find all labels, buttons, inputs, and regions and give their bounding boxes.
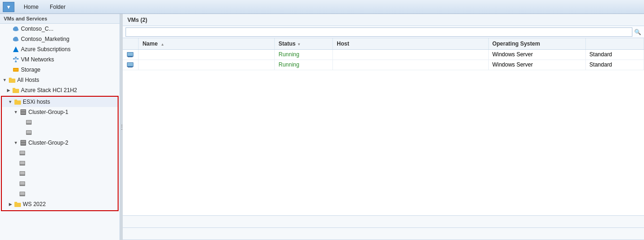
- sidebar-item-all-hosts[interactable]: ▼ All Hosts: [0, 75, 120, 85]
- sidebar-item-cg1-host2[interactable]: [2, 127, 118, 138]
- tab-home[interactable]: Home: [18, 2, 44, 12]
- sidebar-item-cg2-host5[interactable]: [2, 189, 118, 199]
- svg-rect-45: [14, 202, 17, 204]
- sort-arrow: ▲: [160, 42, 164, 47]
- svg-rect-33: [21, 143, 26, 145]
- sidebar-item-contoso-cloud[interactable]: Contoso_C...: [0, 24, 120, 34]
- svg-rect-37: [20, 161, 25, 164]
- svg-rect-12: [15, 61, 17, 62]
- search-bar: 🔍: [123, 26, 644, 38]
- right-panel: VMs (2) 🔍 Name ▲ Status ▼: [123, 14, 644, 240]
- svg-rect-10: [17, 58, 19, 60]
- sidebar-item-label: VM Networks: [21, 56, 54, 63]
- table-row[interactable]: Running Windows Server Standard: [123, 60, 644, 70]
- svg-rect-21: [13, 88, 15, 90]
- vm-os-cell: Windows Server: [488, 49, 585, 60]
- vm-name-cell: [139, 49, 275, 60]
- svg-rect-39: [20, 172, 25, 174]
- vm-table[interactable]: Name ▲ Status ▼ Host Operating System: [123, 38, 644, 215]
- svg-rect-32: [21, 140, 26, 142]
- sidebar-item-label: All Hosts: [17, 77, 39, 83]
- cloud-icon: [12, 25, 20, 33]
- col-os-header[interactable]: Operating System: [488, 38, 585, 49]
- svg-rect-26: [21, 112, 26, 114]
- vm-host-cell: [333, 49, 488, 60]
- tab-folder[interactable]: Folder: [44, 2, 71, 12]
- panel-title: VMs (2): [123, 14, 644, 26]
- host-2-3-icon: [19, 170, 26, 177]
- col-name-header[interactable]: Name ▲: [139, 38, 275, 49]
- expand-cg1-icon: ▼: [13, 109, 19, 115]
- vm-edition-cell: Standard: [585, 60, 644, 70]
- search-icon: 🔍: [634, 29, 641, 35]
- sidebar-item-cg2-host4[interactable]: [2, 179, 118, 189]
- sidebar-item-esxi-hosts[interactable]: ▼ ESXi hosts: [2, 97, 118, 107]
- expand-all-hosts-icon: ▼: [2, 77, 7, 83]
- sidebar-item-label: Contoso_C...: [21, 26, 53, 32]
- svg-rect-28: [27, 120, 31, 123]
- folder-ws2022-icon: [14, 200, 21, 208]
- vm-host-cell: [333, 60, 488, 70]
- vm-edition-cell: Standard: [585, 49, 644, 60]
- sidebar-item-contoso-marketing[interactable]: Contoso_Marketing: [0, 34, 120, 44]
- host-1-2-icon: [25, 129, 33, 136]
- sidebar-item-label: Contoso_Marketing: [21, 36, 69, 42]
- sidebar-item-cluster-group-1[interactable]: ▼ Cluster-Group-1: [2, 107, 118, 117]
- svg-rect-23: [14, 100, 17, 101]
- sidebar-item-storage[interactable]: Storage: [0, 65, 120, 75]
- expand-icon: [6, 47, 11, 52]
- svg-rect-47: [127, 53, 133, 56]
- host-2-5-icon: [19, 190, 26, 198]
- sidebar-item-cluster-group-2[interactable]: ▼ Cluster-Group-2: [2, 138, 118, 148]
- svg-rect-19: [9, 78, 12, 80]
- sidebar-item-label: Azure Subscriptions: [21, 46, 71, 53]
- bottom-panels: [123, 215, 644, 240]
- sidebar-header: VMs and Services: [0, 14, 120, 24]
- bottom-panel-1: [123, 216, 644, 228]
- sidebar: VMs and Services Contoso_C... Contoso_Ma…: [0, 14, 120, 240]
- main-area: VMs and Services Contoso_C... Contoso_Ma…: [0, 14, 644, 240]
- table-header-row: Name ▲ Status ▼ Host Operating System: [123, 38, 644, 49]
- sidebar-scroll[interactable]: Contoso_C... Contoso_Marketing Azure Sub…: [0, 24, 120, 240]
- azure-icon: [12, 46, 20, 53]
- host-2-2-icon: [19, 160, 26, 167]
- expand-ws2022-icon: ▶: [7, 201, 13, 207]
- sidebar-item-cg2-host3[interactable]: [2, 168, 118, 179]
- svg-rect-30: [27, 131, 31, 133]
- ribbon-dropdown-button[interactable]: ▼: [3, 2, 14, 12]
- sidebar-item-cg2-host2[interactable]: [2, 158, 118, 168]
- host-1-1-icon: [25, 119, 33, 126]
- all-hosts-folder-icon: [8, 76, 16, 84]
- sidebar-item-label: ESXi hosts: [23, 99, 50, 105]
- svg-point-7: [14, 37, 18, 40]
- cluster-1-icon: [20, 108, 27, 116]
- sidebar-item-vm-networks[interactable]: VM Networks: [0, 54, 120, 65]
- svg-marker-8: [13, 47, 19, 52]
- expand-icon: [6, 57, 11, 62]
- expand-icon: [19, 130, 24, 135]
- vm-icon-cell: [123, 49, 139, 60]
- host-2-4-icon: [19, 180, 26, 187]
- sidebar-item-azure-stack-hci[interactable]: ▶ Azure Stack HCI 21H2: [0, 85, 120, 95]
- sidebar-item-label: WS 2022: [23, 201, 46, 207]
- col-edition-header: [585, 38, 644, 49]
- search-input[interactable]: [126, 27, 632, 37]
- host-2-1-icon: [19, 149, 26, 157]
- col-icon-header: [123, 38, 139, 49]
- col-host-header[interactable]: Host: [333, 38, 488, 49]
- svg-rect-41: [20, 182, 25, 185]
- vm-os-cell: Windows Server: [488, 60, 585, 70]
- folder-esxi-icon: [14, 98, 21, 106]
- expand-icon: [6, 36, 11, 42]
- sidebar-item-cg2-host1[interactable]: [2, 148, 118, 158]
- filter-arrow: ▼: [297, 42, 301, 47]
- col-status-header[interactable]: Status ▼: [274, 38, 332, 49]
- table-row[interactable]: Running Windows Server Standard: [123, 49, 644, 60]
- svg-rect-43: [20, 192, 25, 195]
- svg-rect-25: [21, 110, 26, 112]
- sidebar-item-azure-subscriptions[interactable]: Azure Subscriptions: [0, 44, 120, 54]
- vm-status-cell: Running: [274, 49, 332, 60]
- sidebar-item-cg1-host1[interactable]: [2, 117, 118, 127]
- sidebar-item-ws2022[interactable]: ▶ WS 2022: [2, 199, 118, 209]
- cluster-2-icon: [20, 139, 27, 147]
